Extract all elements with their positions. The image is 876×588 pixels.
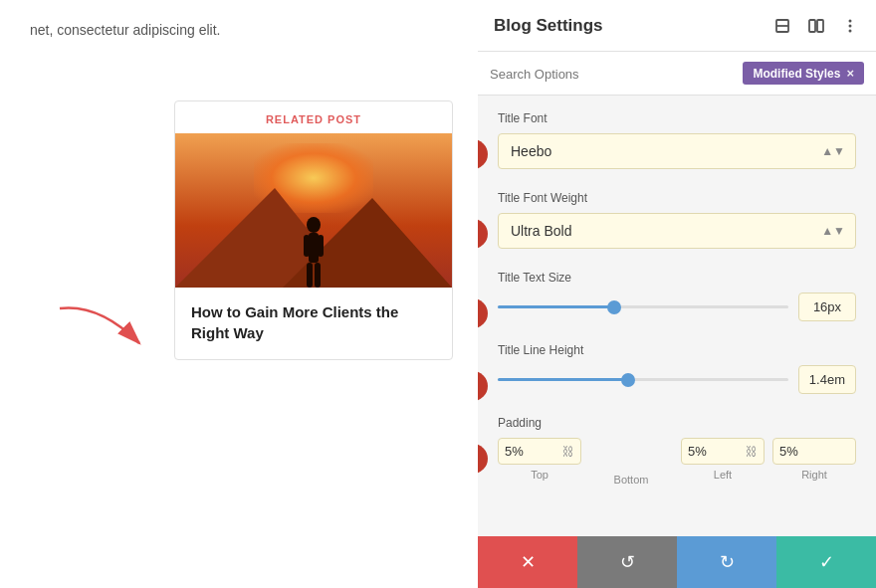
- blog-settings-panel: Blog Settings: [478, 0, 876, 588]
- step-4-badge: 4: [478, 371, 488, 401]
- title-font-group: 1 Title Font Heebo Arial Georgia ▲▼: [498, 111, 856, 169]
- modified-styles-badge: Modified Styles ×: [743, 62, 864, 85]
- title-line-height-slider-wrap[interactable]: [498, 370, 788, 390]
- step-1-badge: 1: [478, 139, 488, 169]
- body-text: net, consectetur adipiscing elit.: [30, 20, 448, 41]
- title-line-height-fill: [498, 378, 628, 381]
- padding-left-input[interactable]: [688, 444, 742, 459]
- padding-right-input-wrap[interactable]: [772, 438, 856, 465]
- person-silhouette-icon: [299, 213, 328, 288]
- title-font-select[interactable]: Heebo Arial Georgia: [499, 134, 855, 168]
- title-text-size-slider-row: 16px: [498, 293, 856, 321]
- red-arrow-icon: [50, 298, 169, 358]
- bottom-toolbar: ✕ ↺ ↻ ✓: [478, 536, 876, 588]
- padding-right-field: Right: [772, 438, 856, 481]
- title-line-height-track: [498, 378, 788, 381]
- svg-point-13: [849, 29, 852, 32]
- padding-top-field: ⛓ Top: [498, 438, 581, 481]
- padding-group: 5 Padding ⛓ Top Bottom: [498, 416, 856, 486]
- arrow-container: [50, 298, 169, 362]
- undo-icon: ↺: [620, 551, 635, 573]
- expand-icon[interactable]: [772, 16, 792, 36]
- padding-right-label: Right: [801, 469, 827, 481]
- post-title: How to Gain More Clients the Right Way: [175, 288, 452, 359]
- title-text-size-slider-wrap[interactable]: [498, 297, 788, 317]
- panel-header: Blog Settings: [478, 0, 876, 52]
- padding-bottom-field: Bottom: [589, 438, 673, 486]
- step-5-badge: 5: [478, 444, 488, 474]
- title-line-height-thumb[interactable]: [621, 373, 635, 387]
- confirm-icon: ✓: [819, 551, 834, 573]
- title-line-height-value[interactable]: 1.4em: [798, 365, 856, 394]
- title-text-size-fill: [498, 305, 614, 308]
- title-font-weight-group: 2 Title Font Weight Ultra Bold Bold Regu…: [498, 191, 856, 249]
- cancel-button[interactable]: ✕: [478, 536, 577, 588]
- columns-icon[interactable]: [806, 16, 826, 36]
- svg-rect-9: [809, 20, 815, 32]
- title-text-size-track: [498, 305, 788, 308]
- step-3-badge: 3: [478, 298, 488, 328]
- svg-point-1: [307, 217, 321, 233]
- svg-point-11: [849, 19, 852, 22]
- title-text-size-thumb[interactable]: [607, 300, 621, 314]
- title-line-height-slider-row: 1.4em: [498, 365, 856, 394]
- padding-bottom-label: Bottom: [614, 474, 649, 486]
- link-left-right-icon[interactable]: ⛓: [746, 445, 758, 459]
- modified-styles-label: Modified Styles: [753, 67, 840, 81]
- redo-icon: ↻: [720, 551, 735, 573]
- badge-close-button[interactable]: ×: [846, 66, 854, 81]
- header-icons: [772, 16, 860, 36]
- title-text-size-value[interactable]: 16px: [798, 293, 856, 321]
- title-font-label: Title Font: [498, 111, 856, 125]
- padding-left-field: ⛓ Left: [681, 438, 765, 481]
- padding-top-label: Top: [531, 469, 548, 481]
- settings-content: 1 Title Font Heebo Arial Georgia ▲▼ 2 Ti…: [478, 96, 876, 536]
- title-font-weight-label: Title Font Weight: [498, 191, 856, 205]
- more-options-icon[interactable]: [840, 16, 860, 36]
- svg-rect-10: [817, 20, 823, 32]
- search-bar: Modified Styles ×: [478, 52, 876, 96]
- padding-left-label: Left: [714, 469, 732, 481]
- link-top-bottom-icon[interactable]: ⛓: [562, 445, 574, 459]
- related-post-label: RELATED POST: [175, 101, 452, 133]
- svg-rect-6: [315, 263, 321, 288]
- left-content-area: net, consectetur adipiscing elit. RELATE…: [0, 0, 478, 588]
- redo-button[interactable]: ↻: [677, 536, 776, 588]
- svg-rect-3: [304, 235, 310, 257]
- title-text-size-label: Title Text Size: [498, 271, 856, 285]
- padding-right-input[interactable]: [779, 444, 849, 459]
- padding-top-input-wrap[interactable]: ⛓: [498, 438, 581, 465]
- title-font-select-wrapper[interactable]: Heebo Arial Georgia ▲▼: [498, 133, 856, 169]
- padding-row: ⛓ Top Bottom ⛓ Left: [498, 438, 856, 486]
- panel-title: Blog Settings: [494, 16, 772, 36]
- title-font-weight-select[interactable]: Ultra Bold Bold Regular Light: [499, 214, 855, 248]
- search-input-wrap[interactable]: [490, 65, 735, 83]
- title-text-size-group: 3 Title Text Size 16px: [498, 271, 856, 321]
- svg-rect-4: [318, 235, 324, 257]
- padding-label: Padding: [498, 416, 856, 430]
- cancel-icon: ✕: [521, 551, 536, 573]
- step-2-badge: 2: [478, 219, 488, 249]
- title-font-weight-select-wrapper[interactable]: Ultra Bold Bold Regular Light ▲▼: [498, 213, 856, 249]
- undo-button[interactable]: ↺: [577, 536, 677, 588]
- confirm-button[interactable]: ✓: [776, 536, 876, 588]
- title-line-height-label: Title Line Height: [498, 343, 856, 357]
- title-line-height-group: 4 Title Line Height 1.4em: [498, 343, 856, 394]
- padding-top-input[interactable]: [505, 444, 558, 459]
- search-input[interactable]: [490, 67, 735, 82]
- padding-left-input-wrap[interactable]: ⛓: [681, 438, 765, 465]
- svg-rect-2: [309, 233, 319, 263]
- related-post-card: RELATED POST How to Gain More Clients th…: [174, 100, 453, 360]
- svg-point-12: [849, 24, 852, 27]
- svg-rect-5: [307, 263, 313, 288]
- post-image: [175, 133, 452, 288]
